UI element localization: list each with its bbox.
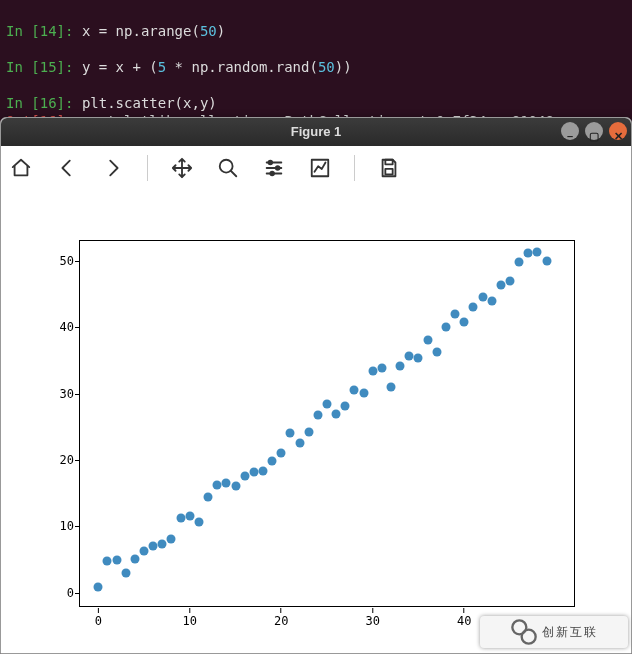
prompt-num: 15: [40, 59, 57, 75]
svg-rect-6: [385, 169, 392, 175]
home-icon[interactable]: [9, 156, 33, 180]
x-tick-label: 0: [95, 614, 102, 628]
scatter-point: [451, 310, 460, 319]
scatter-point: [533, 247, 542, 256]
scatter-point: [441, 323, 450, 332]
svg-rect-5: [385, 160, 392, 165]
figure-window: Figure 1 – ▢ ✕ 01020304050010203040: [0, 117, 632, 654]
forward-icon[interactable]: [101, 156, 125, 180]
move-icon[interactable]: [170, 156, 194, 180]
scatter-point: [313, 410, 322, 419]
scatter-point: [213, 481, 222, 490]
config-icon[interactable]: [262, 156, 286, 180]
scatter-point: [204, 492, 213, 501]
minimize-button[interactable]: –: [561, 122, 579, 140]
scatter-point: [542, 256, 551, 265]
prompt-in: In [: [6, 59, 40, 75]
y-tick-label: 40: [40, 320, 74, 334]
scatter-point: [149, 542, 158, 551]
x-tick-label: 30: [366, 614, 380, 628]
svg-point-8: [522, 630, 536, 644]
close-button[interactable]: ✕: [609, 122, 627, 140]
titlebar[interactable]: Figure 1 – ▢ ✕: [1, 118, 631, 146]
y-tick-label: 30: [40, 387, 74, 401]
x-tick-label: 40: [457, 614, 471, 628]
scatter-point: [249, 467, 258, 476]
scatter-point: [469, 302, 478, 311]
scatter-point: [258, 467, 267, 476]
x-tick-label: 10: [183, 614, 197, 628]
scatter-point: [350, 386, 359, 395]
scatter-point: [487, 296, 496, 305]
prompt-close: ]:: [57, 59, 82, 75]
y-tick-label: 50: [40, 254, 74, 268]
scatter-point: [377, 364, 386, 373]
num-literal: 5: [158, 59, 166, 75]
plot-canvas[interactable]: 01020304050010203040: [1, 190, 631, 653]
scatter-point: [432, 347, 441, 356]
scatter-point: [423, 335, 432, 344]
scatter-point: [359, 388, 368, 397]
toolbar-separator: [147, 155, 148, 181]
back-icon[interactable]: [55, 156, 79, 180]
scatter-point: [505, 276, 514, 285]
scatter-point: [304, 428, 313, 437]
toolbar-separator: [354, 155, 355, 181]
watermark-logo: 创新互联: [480, 616, 628, 648]
scatter-point: [478, 293, 487, 302]
scatter-point: [323, 400, 332, 409]
scatter-point: [368, 367, 377, 376]
save-icon[interactable]: [377, 156, 401, 180]
scatter-point: [524, 248, 533, 257]
svg-point-1: [269, 161, 273, 165]
scatter-point: [387, 383, 396, 392]
num-literal: 50: [318, 59, 335, 75]
scatter-point: [130, 554, 139, 563]
window-title: Figure 1: [291, 124, 342, 139]
prompt-num: 16: [40, 95, 57, 111]
code-text: plt.scatter(x,y): [82, 95, 217, 111]
scatter-point: [240, 471, 249, 480]
code-text: )): [335, 59, 352, 75]
prompt-close: ]:: [57, 23, 82, 39]
code-text: ): [217, 23, 225, 39]
scatter-point: [268, 457, 277, 466]
y-tick-label: 20: [40, 453, 74, 467]
scatter-point: [286, 428, 295, 437]
scatter-point: [167, 534, 176, 543]
scatter-point: [341, 401, 350, 410]
scatter-point: [121, 568, 130, 577]
prompt-in: In [: [6, 95, 40, 111]
scatter-point: [515, 257, 524, 266]
scatter-point: [295, 439, 304, 448]
scatter-point: [396, 361, 405, 370]
scatter-point: [103, 556, 112, 565]
scatter-point: [176, 513, 185, 522]
scatter-point: [112, 555, 121, 564]
y-tick-label: 0: [40, 586, 74, 600]
matplotlib-toolbar: [1, 146, 631, 191]
ipython-terminal: In [14]: x = np.arange(50) In [15]: y = …: [0, 0, 632, 134]
scatter-point: [185, 512, 194, 521]
y-tick-label: 10: [40, 519, 74, 533]
maximize-button[interactable]: ▢: [585, 122, 603, 140]
axes: 01020304050010203040: [79, 240, 575, 607]
zoom-icon[interactable]: [216, 156, 240, 180]
scatter-point: [231, 481, 240, 490]
scatter-point: [496, 280, 505, 289]
num-literal: 50: [200, 23, 217, 39]
scatter-point: [277, 449, 286, 458]
scatter-point: [140, 546, 149, 555]
svg-point-2: [276, 166, 280, 170]
code-text: x = np.arange(: [82, 23, 200, 39]
prompt-close: ]:: [57, 95, 82, 111]
chart-icon[interactable]: [308, 156, 332, 180]
scatter-point: [414, 353, 423, 362]
x-tick-label: 20: [274, 614, 288, 628]
scatter-point: [222, 479, 231, 488]
prompt-in: In [: [6, 23, 40, 39]
code-text: * np.random.rand(: [166, 59, 318, 75]
svg-point-3: [270, 172, 274, 176]
scatter-point: [194, 518, 203, 527]
scatter-point: [94, 583, 103, 592]
